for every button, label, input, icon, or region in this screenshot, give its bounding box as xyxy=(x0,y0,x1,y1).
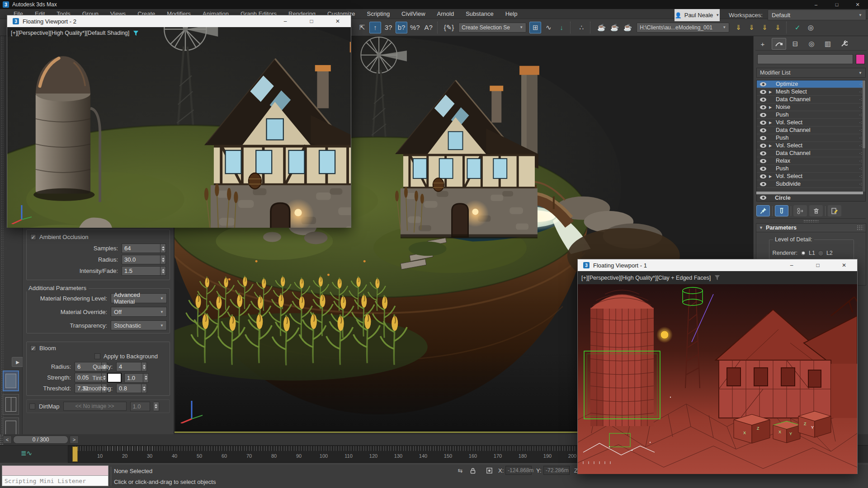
modifier-relax[interactable]: Relax·: xyxy=(757,157,865,165)
maximize-button[interactable]: □ xyxy=(298,15,325,27)
select-by-percent-icon[interactable]: %? xyxy=(409,22,421,33)
tab-display-icon[interactable]: ▥ xyxy=(821,38,835,50)
frame-counter-field[interactable]: 0 / 300 xyxy=(13,436,68,444)
close-button[interactable]: ✕ xyxy=(831,259,857,271)
modifier-push[interactable]: Push·: xyxy=(757,165,865,173)
viewport-layout-split-button[interactable] xyxy=(3,394,19,415)
dirtmap-checkbox[interactable]: ✓ xyxy=(29,404,35,409)
maximize-button[interactable]: □ xyxy=(826,0,847,9)
render-production-icon[interactable]: ☕ xyxy=(622,22,633,33)
floating-viewport-1-window[interactable]: 3 Floating Viewport - 1 – □ ✕ [+][Perspe… xyxy=(577,259,858,474)
menu-civilview[interactable]: CivilView xyxy=(401,10,425,17)
select-by-name-icon[interactable]: 3? xyxy=(382,22,394,33)
modifier-data-channel[interactable]: Data Channel·: xyxy=(757,96,865,103)
visibility-eye-icon[interactable] xyxy=(760,98,766,102)
next-frame-button[interactable]: > xyxy=(70,436,79,444)
modifier-push[interactable]: Push·: xyxy=(757,111,865,119)
tint-spinner[interactable] xyxy=(143,373,149,383)
material-rendering-level-dropdown[interactable]: Advanced Material▼ xyxy=(111,293,167,303)
tab-utilities-icon[interactable] xyxy=(837,38,851,50)
floating-viewport-2-titlebar[interactable]: 3 Floating Viewport - 2 – □ ✕ xyxy=(7,15,351,27)
selection-set-dropdown[interactable]: Create Selection Se▼ xyxy=(458,23,526,33)
schematic-view-icon[interactable]: ↓ xyxy=(556,22,567,33)
visibility-eye-icon[interactable] xyxy=(760,113,766,117)
select-by-layer-icon[interactable]: b? xyxy=(396,22,407,33)
stack-scrollbar[interactable] xyxy=(863,80,865,192)
particle-view-icon[interactable]: ∴ xyxy=(576,22,587,33)
autobackup-icon[interactable]: ◎ xyxy=(805,22,816,33)
visibility-eye-icon[interactable] xyxy=(760,105,766,109)
modifier-vol-select[interactable]: ▶Vol. Select·: xyxy=(757,173,865,180)
quality-field[interactable]: 4 xyxy=(116,362,142,371)
tab-modify-icon[interactable] xyxy=(772,38,786,50)
floating-viewport-2-canvas[interactable]: [+][Perspective][High Quality*][Default … xyxy=(7,27,351,228)
project-path-dropdown[interactable]: H:\Clients\au...eModeling_001▼ xyxy=(637,23,729,33)
configure-modifier-sets-button[interactable] xyxy=(828,205,841,216)
panel-splitter-grip[interactable] xyxy=(803,220,819,222)
modifier-noise[interactable]: ▶Noise·: xyxy=(757,103,865,111)
menu-help[interactable]: Help xyxy=(505,10,518,17)
remove-modifier-button[interactable] xyxy=(809,205,823,216)
tint-value-field[interactable]: 1.0 xyxy=(124,373,143,383)
tab-create-icon[interactable]: + xyxy=(755,38,770,50)
modifier-mesh-select[interactable]: ▶Mesh Select·: xyxy=(757,88,865,96)
curve-editor-icon[interactable]: ∿ xyxy=(542,22,554,33)
visibility-eye-icon[interactable] xyxy=(760,144,766,148)
tab-hierarchy-icon[interactable]: ⊟ xyxy=(788,38,802,50)
export-link-icon[interactable]: ⇓ xyxy=(745,22,757,33)
scene-explorer-icon[interactable]: ⊞ xyxy=(529,22,541,33)
viewport-label[interactable]: [+][Perspective][High Quality*][Default … xyxy=(11,30,139,36)
selection-lock-toggle-icon[interactable]: ⇆ xyxy=(456,466,465,475)
workspace-dropdown[interactable]: Default ▼ xyxy=(768,9,866,20)
samples-field[interactable]: 64 xyxy=(122,244,160,253)
manage-links-icon[interactable]: ⇓ xyxy=(759,22,770,33)
select-and-link-icon[interactable]: ⇱ xyxy=(356,22,368,33)
dirtmap-spinner[interactable] xyxy=(154,402,159,411)
listener-macro-row[interactable] xyxy=(2,465,108,476)
menu-arnold[interactable]: Arnold xyxy=(437,10,454,17)
smoothing-spinner[interactable] xyxy=(142,384,147,393)
previous-frame-button[interactable]: < xyxy=(3,436,12,444)
maxscript-mini-listener[interactable]: Scripting Mini Listener xyxy=(2,465,108,486)
tint-color-swatch[interactable] xyxy=(107,373,122,383)
visibility-eye-icon[interactable] xyxy=(760,128,766,132)
smoothing-field[interactable]: 0.8 xyxy=(116,384,142,393)
import-link-icon[interactable]: ⇓ xyxy=(732,22,744,33)
menu-substance[interactable]: Substance xyxy=(466,10,493,17)
asset-tracking-icon[interactable]: ⇓ xyxy=(772,22,783,33)
object-color-swatch[interactable] xyxy=(856,54,865,64)
filter-funnel-icon[interactable] xyxy=(133,30,139,36)
quality-spinner[interactable] xyxy=(142,362,147,371)
time-slider-handle[interactable] xyxy=(72,446,78,462)
x-coord-field[interactable]: -124.868m xyxy=(505,466,532,475)
health-check-icon[interactable]: ✓ xyxy=(792,22,803,33)
tab-motion-icon[interactable]: ◎ xyxy=(804,38,819,50)
modifier-data-channel[interactable]: Data Channel·: xyxy=(757,150,865,157)
visibility-eye-icon[interactable] xyxy=(760,136,766,140)
visibility-eye-icon[interactable] xyxy=(760,121,766,125)
listener-script-row[interactable]: Scripting Mini Listener xyxy=(2,476,108,486)
ao-radius-spinner[interactable] xyxy=(160,255,166,264)
user-account-dropdown[interactable]: 👤 Paul Neale ▼ xyxy=(675,9,720,21)
close-button[interactable]: ✕ xyxy=(847,0,868,9)
visibility-eye-icon[interactable] xyxy=(760,167,766,171)
pin-stack-button[interactable] xyxy=(756,205,770,216)
base-object-row[interactable]: Circle xyxy=(756,194,866,202)
minimize-button[interactable]: – xyxy=(806,0,826,9)
viewport-label[interactable]: [+][Perspective][High Quality*][Clay + E… xyxy=(581,275,711,281)
floating-viewport-2-window[interactable]: 3 Floating Viewport - 2 – □ ✕ [+][Perspe… xyxy=(7,15,351,228)
floating-viewport-1-titlebar[interactable]: 3 Floating Viewport - 1 – □ ✕ xyxy=(578,259,857,271)
renderer-l2-radio[interactable] xyxy=(818,250,824,256)
minimize-button[interactable]: – xyxy=(778,259,805,271)
mini-curve-editor-icon[interactable]: ≣∿ xyxy=(21,449,32,457)
modifier-subdivide[interactable]: Subdivide·: xyxy=(757,180,865,188)
intensity-fade-field[interactable]: 1.5 xyxy=(122,266,160,276)
modifier-vol-select[interactable]: ▶Vol. Select·: xyxy=(757,142,865,150)
visibility-eye-icon[interactable] xyxy=(760,90,766,94)
visibility-eye-icon[interactable] xyxy=(760,196,766,200)
apply-to-background-checkbox[interactable]: ✓ xyxy=(94,353,100,359)
dirtmap-image-button[interactable]: << No image >> xyxy=(63,402,127,411)
ao-radius-field[interactable]: 30.0 xyxy=(122,255,160,264)
maximize-button[interactable]: □ xyxy=(805,259,831,271)
bloom-checkbox[interactable]: ✓ xyxy=(30,345,36,351)
